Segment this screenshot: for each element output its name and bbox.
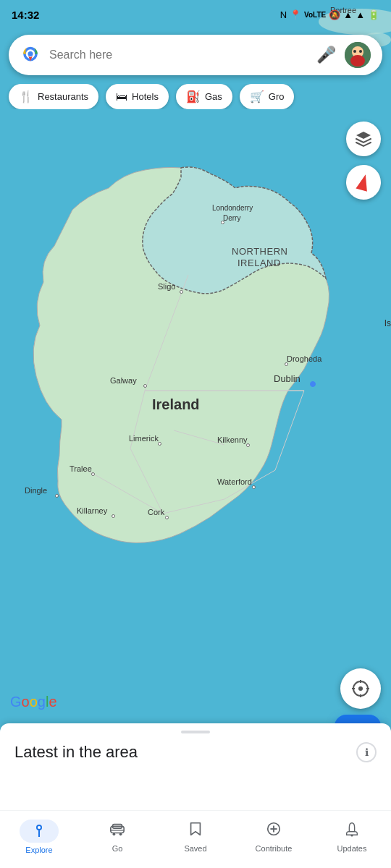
go-label: Go	[112, 844, 123, 853]
limerick-label: Limerick	[129, 434, 159, 443]
time-display: 14:32	[12, 9, 39, 21]
nav-go[interactable]: Go	[78, 821, 156, 859]
compass-arrow-icon	[356, 173, 371, 191]
contribute-label: Contribute	[256, 844, 293, 853]
google-logo: G o o g l e	[10, 694, 57, 710]
layers-icon	[355, 130, 372, 148]
dublin-label: Dublin	[274, 373, 300, 384]
search-input[interactable]	[49, 48, 316, 61]
wifi-icon: ▲	[343, 9, 353, 20]
svg-point-17	[350, 55, 365, 67]
contribute-icon	[266, 821, 282, 841]
ireland-label: Ireland	[152, 396, 200, 413]
restaurants-pill[interactable]: 🍴 Restaurants	[9, 84, 98, 109]
svg-point-21	[358, 686, 363, 691]
svg-point-19	[359, 50, 362, 53]
location-target-icon	[351, 679, 370, 698]
google-maps-logo	[20, 45, 41, 65]
grocery-icon: 🛒	[250, 90, 264, 103]
status-bar: 14:32 N 📍 VoLTE 🔕 ▲ ▲ 🔋	[0, 0, 391, 29]
londonderry-label: Londonderry	[212, 204, 253, 212]
restaurants-label: Restaurants	[38, 91, 88, 102]
explore-label: Explore	[25, 846, 52, 854]
google-e: e	[49, 694, 56, 710]
silent-icon: 🔕	[329, 9, 340, 20]
location-status-icon: 📍	[290, 9, 301, 20]
galway-label: Galway	[110, 376, 137, 385]
nfc-icon: N	[280, 9, 287, 20]
signal-icon: ▲	[356, 9, 365, 20]
hotels-label: Hotels	[132, 91, 159, 102]
nav-updates[interactable]: Updates	[313, 821, 391, 859]
nav-explore[interactable]: Explore	[0, 820, 78, 860]
kilkenny-label: Kilkenny	[217, 435, 248, 444]
restaurants-icon: 🍴	[19, 90, 33, 103]
nav-saved[interactable]: Saved	[156, 821, 235, 859]
info-button[interactable]: ℹ	[356, 742, 377, 762]
google-g: G	[10, 694, 22, 710]
groceries-pill[interactable]: 🛒 Gro	[240, 84, 295, 109]
drogheda-label: Drogheda	[287, 354, 321, 363]
microphone-icon[interactable]: 🎤	[316, 46, 336, 64]
is-label: Is	[384, 318, 391, 328]
search-bar[interactable]: 🎤	[9, 35, 382, 75]
northern-ireland-label: NORTHERN	[232, 246, 287, 257]
dingle-label: Dingle	[25, 486, 47, 495]
tralee-label: Tralee	[70, 464, 92, 473]
cork-label: Cork	[148, 508, 164, 516]
updates-label: Updates	[337, 844, 367, 853]
battery-icon: 🔋	[368, 9, 379, 20]
svg-point-36	[351, 834, 353, 836]
bottom-nav: Explore Go Saved	[0, 810, 391, 868]
gas-label: Gas	[205, 91, 222, 102]
hotels-pill[interactable]: 🛏 Hotels	[106, 84, 169, 109]
waterford-label: Waterford	[217, 477, 252, 486]
google-g2: g	[38, 694, 46, 710]
svg-point-14	[28, 51, 33, 56]
gas-icon: ⛽	[186, 90, 201, 103]
svg-point-31	[113, 833, 116, 835]
google-o1: o	[22, 694, 30, 710]
explore-bg	[20, 820, 59, 843]
explore-icon	[31, 822, 47, 841]
svg-point-32	[119, 833, 122, 835]
my-location-button[interactable]	[340, 668, 381, 709]
info-icon: ℹ	[365, 746, 369, 758]
svg-point-18	[353, 50, 356, 53]
saved-label: Saved	[184, 844, 206, 853]
derry-label: Derry	[223, 214, 240, 222]
filter-pills: 🍴 Restaurants 🛏 Hotels ⛽ Gas 🛒 Gro	[0, 84, 391, 109]
nav-contribute[interactable]: Contribute	[235, 821, 313, 859]
sheet-title: Latest in the area	[14, 743, 138, 762]
sheet-header: Latest in the area ℹ	[0, 733, 391, 768]
go-icon	[109, 821, 125, 841]
gas-pill[interactable]: ⛽ Gas	[176, 84, 232, 109]
status-icons: N 📍 VoLTE 🔕 ▲ ▲ 🔋	[280, 9, 379, 20]
hotels-icon: 🛏	[116, 90, 127, 103]
updates-icon	[344, 821, 360, 841]
saved-icon	[188, 821, 203, 841]
killarney-label: Killarney	[77, 506, 107, 515]
compass-button[interactable]	[346, 165, 381, 200]
sligo-label: Sligo	[158, 282, 175, 291]
user-avatar[interactable]	[345, 42, 371, 68]
svg-point-27	[38, 826, 41, 829]
google-o2: o	[30, 694, 38, 710]
grocery-label: Gro	[269, 91, 285, 102]
lte-icon: VoLTE	[304, 11, 326, 19]
map-layers-button[interactable]	[346, 122, 381, 156]
northern-ireland-label2: IRELAND	[237, 258, 281, 268]
